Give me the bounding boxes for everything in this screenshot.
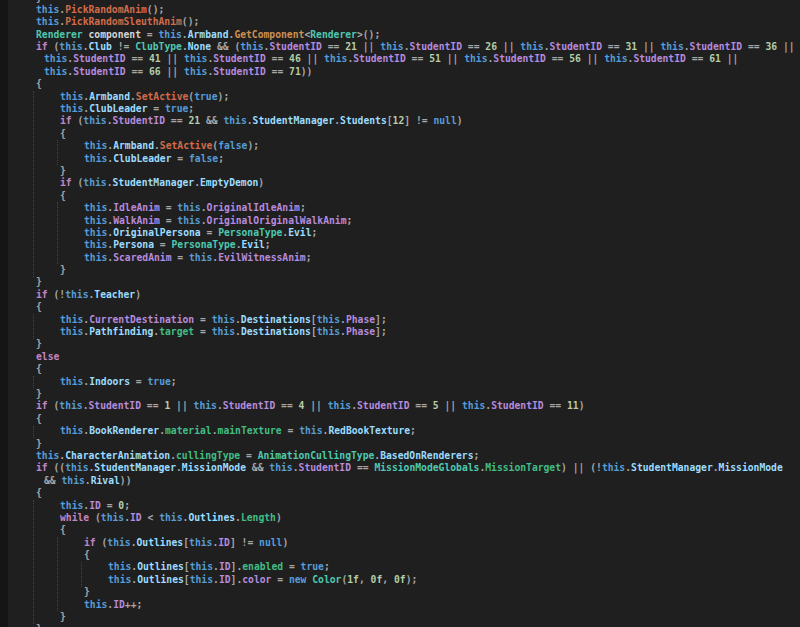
code-token[interactable]: == xyxy=(602,41,625,52)
code-token[interactable]: } xyxy=(36,388,42,399)
code-token[interactable]: StudentID xyxy=(73,66,126,77)
code-token[interactable]: null xyxy=(259,537,282,548)
code-token[interactable]: true xyxy=(301,561,324,572)
code-token[interactable]: || xyxy=(357,41,380,52)
code-token[interactable]: Phase xyxy=(346,314,375,325)
code-token[interactable]: StudentID xyxy=(89,400,142,411)
code-token[interactable]: this xyxy=(44,66,67,77)
code-line[interactable]: this.BookRenderer.material.mainTexture =… xyxy=(36,425,800,437)
code-token[interactable]: true xyxy=(194,91,217,102)
code-token[interactable]: this xyxy=(84,239,107,250)
code-token[interactable]: (! xyxy=(48,289,66,300)
code-token[interactable]: this xyxy=(324,53,347,64)
code-token[interactable]: PersonaType xyxy=(172,239,236,250)
code-token[interactable]: { xyxy=(36,363,42,374)
code-token[interactable]: this xyxy=(212,326,235,337)
code-token[interactable]: ClubType xyxy=(135,41,182,52)
code-line[interactable]: this.StudentID == 66 || this.StudentID =… xyxy=(36,66,800,78)
code-token[interactable]: this xyxy=(189,252,212,263)
code-token[interactable]: StudentID xyxy=(299,462,352,473)
code-token[interactable]: == xyxy=(126,53,149,64)
code-token[interactable]: this xyxy=(84,215,107,226)
code-token[interactable]: } xyxy=(36,276,42,287)
code-token[interactable]: this xyxy=(60,500,83,511)
code-token[interactable]: this xyxy=(60,376,83,387)
code-token[interactable]: None xyxy=(188,41,211,52)
code-token[interactable]: ( xyxy=(48,41,60,52)
code-token[interactable]: this xyxy=(240,41,263,52)
code-token[interactable]: || xyxy=(439,400,462,411)
code-token[interactable]: cullingType xyxy=(176,450,240,461)
code-line[interactable]: { xyxy=(36,301,800,313)
code-token[interactable]: BasedOnRenderers xyxy=(380,450,473,461)
code-token[interactable]: StudentID xyxy=(223,400,276,411)
code-token[interactable]: StudentID xyxy=(213,66,266,77)
code-token[interactable]: ( xyxy=(72,115,84,126)
code-line[interactable]: this.Armband.SetActive(true); xyxy=(36,91,800,103)
code-token[interactable]: this xyxy=(660,41,683,52)
code-token[interactable]: this xyxy=(60,314,83,325)
code-token[interactable]: this xyxy=(269,462,292,473)
code-line[interactable]: this.Pathfinding.target = this.Destinati… xyxy=(36,326,800,338)
code-token[interactable]: ++; xyxy=(125,599,143,610)
code-token[interactable]: && xyxy=(246,462,269,473)
code-token[interactable]: StudentID xyxy=(633,53,686,64)
code-token[interactable]: this xyxy=(108,561,131,572)
code-token[interactable]: 26 xyxy=(485,41,497,52)
code-token[interactable]: = xyxy=(154,239,172,250)
code-token[interactable]: && xyxy=(200,115,223,126)
code-token[interactable]: == xyxy=(546,53,569,64)
code-line[interactable]: { xyxy=(36,363,800,375)
code-token[interactable]: ); xyxy=(218,91,230,102)
code-line[interactable]: if (this.StudentID == 1 || this.StudentI… xyxy=(36,400,800,412)
code-token[interactable]: == xyxy=(322,41,345,52)
code-token[interactable]: == xyxy=(126,66,149,77)
code-token[interactable]: Color xyxy=(312,574,341,585)
code-token[interactable]: this xyxy=(299,425,322,436)
code-line[interactable]: this.Persona = PersonaType.Evil; xyxy=(36,239,800,251)
code-token[interactable]: GetComponent xyxy=(234,29,304,40)
code-token[interactable]: this xyxy=(159,512,182,523)
code-token[interactable]: = xyxy=(148,103,166,114)
code-line[interactable]: { xyxy=(36,78,800,90)
code-line[interactable]: this.ID++; xyxy=(36,599,800,611)
code-token[interactable]: 0f xyxy=(394,574,406,585)
code-token[interactable]: = xyxy=(172,153,190,164)
code-token[interactable]: 46 xyxy=(289,53,301,64)
code-token[interactable]: 71 xyxy=(289,66,301,77)
code-token[interactable]: == xyxy=(351,462,374,473)
code-token[interactable]: SetActive xyxy=(160,140,213,151)
code-token[interactable]: Length xyxy=(241,512,276,523)
code-token[interactable]: ); xyxy=(247,140,259,151)
code-token[interactable]: 36 xyxy=(765,41,777,52)
code-token[interactable]: || xyxy=(161,66,184,77)
code-token[interactable]: 31 xyxy=(625,41,637,52)
code-token[interactable]: = xyxy=(141,29,159,40)
code-token[interactable]: MissionTarget xyxy=(485,462,561,473)
code-token[interactable]: || xyxy=(637,41,660,52)
code-line[interactable]: { xyxy=(36,549,800,561)
code-token[interactable]: MissionModeGlobals xyxy=(374,462,479,473)
code-token[interactable]: this xyxy=(84,202,107,213)
code-line[interactable]: { xyxy=(36,413,800,425)
code-token[interactable]: = xyxy=(160,202,178,213)
code-token[interactable]: this xyxy=(317,326,340,337)
code-token[interactable]: this xyxy=(223,115,246,126)
code-line[interactable]: this.CharacterAnimation.cullingType = An… xyxy=(36,450,800,462)
code-token[interactable]: ( xyxy=(89,512,101,523)
code-token[interactable]: ]; xyxy=(375,314,387,325)
code-token[interactable]: ( xyxy=(96,537,108,548)
code-token[interactable]: OriginalPersona xyxy=(113,227,201,238)
code-line[interactable]: } xyxy=(36,338,800,350)
code-token[interactable]: ; xyxy=(300,202,306,213)
code-token[interactable]: StudentID xyxy=(550,41,603,52)
code-token[interactable]: OriginalOriginalWalkAnim xyxy=(207,215,347,226)
code-token[interactable]: ; xyxy=(171,376,177,387)
code-token[interactable]: || xyxy=(301,53,324,64)
code-token[interactable]: Destinations xyxy=(241,326,311,337)
code-token[interactable]: if xyxy=(60,177,72,188)
code-token[interactable]: Renderer xyxy=(310,29,357,40)
code-line[interactable]: this.ClubLeader = true; xyxy=(36,103,800,115)
code-token[interactable]: StudentID xyxy=(353,53,406,64)
code-token[interactable]: { xyxy=(36,78,42,89)
